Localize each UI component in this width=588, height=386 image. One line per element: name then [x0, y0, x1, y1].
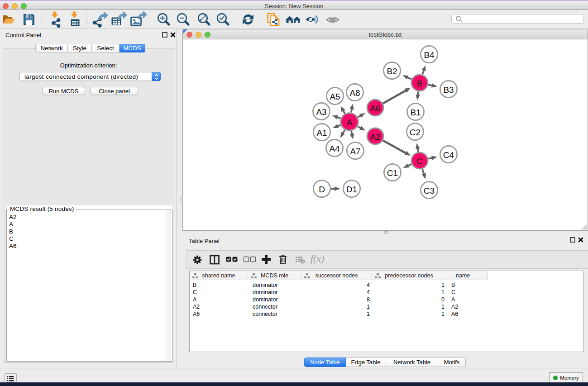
svg-text:D1: D1: [346, 185, 357, 194]
svg-text:D: D: [319, 185, 325, 194]
svg-text:A8: A8: [349, 88, 360, 98]
svg-text:A1: A1: [316, 128, 327, 138]
svg-text:A7: A7: [350, 147, 360, 156]
svg-text:B2: B2: [387, 67, 397, 76]
svg-text:B: B: [417, 79, 423, 88]
svg-text:A3: A3: [316, 107, 326, 117]
svg-text:C4: C4: [443, 150, 454, 160]
svg-text:f(x): f(x): [311, 253, 325, 264]
svg-text:B1: B1: [410, 108, 421, 117]
svg-text:A: A: [347, 118, 353, 127]
svg-text:A2: A2: [370, 132, 380, 142]
svg-text:B3: B3: [443, 85, 454, 95]
svg-text:A4: A4: [329, 144, 340, 153]
svg-text:C1: C1: [387, 168, 398, 178]
svg-text:C: C: [416, 157, 423, 166]
svg-text:A6: A6: [370, 104, 380, 113]
svg-text:C2: C2: [410, 128, 421, 137]
svg-text:B4: B4: [424, 50, 435, 60]
svg-text:A5: A5: [330, 92, 340, 101]
svg-text:C3: C3: [424, 186, 435, 195]
